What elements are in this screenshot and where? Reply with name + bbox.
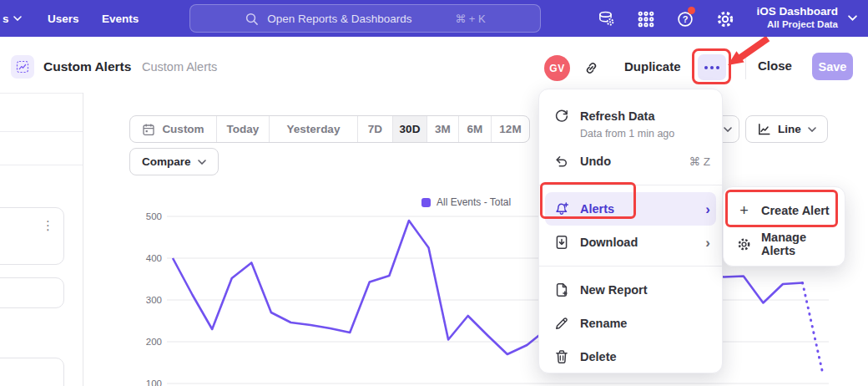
chevron-down-icon: [808, 127, 816, 132]
menu-item-new-report[interactable]: New Report: [539, 273, 722, 307]
chart-type-label: Line: [778, 123, 801, 135]
submenu-item-label: Manage Alerts: [761, 231, 835, 257]
menu-item-delete[interactable]: Delete: [539, 340, 722, 373]
y-axis-tick: 500: [146, 211, 162, 221]
range-label: Custom: [162, 123, 204, 135]
nav-item-label: s: [3, 13, 9, 25]
context-menu: Refresh Data Data from 1 min ago Undo ⌘ …: [538, 89, 723, 373]
line-chart-icon: [757, 122, 771, 136]
compare-button[interactable]: Compare: [129, 148, 219, 175]
file-plus-icon: [554, 282, 569, 297]
refresh-icon: [554, 109, 569, 124]
chevron-down-icon: [13, 16, 22, 21]
calendar-icon: [142, 123, 155, 136]
top-nav: s Users Events ⌘ + K: [0, 0, 868, 37]
save-button[interactable]: Save: [812, 53, 853, 80]
date-range-control: Custom Today Yesterday 7D 30D 3M 6M 12M: [129, 115, 530, 143]
undo-shortcut: ⌘ Z: [689, 155, 711, 168]
menu-item-label: Alerts: [580, 202, 694, 216]
y-axis-tick: 200: [146, 337, 162, 347]
global-search[interactable]: ⌘ + K: [189, 4, 541, 33]
bell-plus-icon: [554, 201, 569, 216]
list-item[interactable]: [0, 358, 64, 386]
download-icon: [554, 235, 569, 250]
gear-icon: [737, 237, 751, 251]
divider: [745, 55, 746, 79]
range-7d[interactable]: 7D: [357, 116, 392, 142]
search-icon: [245, 12, 259, 26]
project-name: iOS Dashboard: [756, 4, 838, 18]
refresh-data-subtitle: Data from 1 min ago: [539, 128, 722, 145]
report-header: Custom Alerts Custom Alerts GV Duplicate…: [0, 37, 868, 93]
submenu-item-manage-alerts[interactable]: Manage Alerts: [724, 227, 845, 261]
nav-item-users[interactable]: Users: [48, 0, 79, 37]
menu-item-alerts[interactable]: Alerts ›: [545, 192, 716, 226]
submenu-item-create-alert[interactable]: + Create Alert: [724, 194, 845, 227]
range-12m[interactable]: 12M: [491, 116, 529, 142]
project-scope: All Project Data: [756, 18, 838, 31]
list-item[interactable]: [0, 207, 64, 265]
range-6m[interactable]: 6M: [458, 116, 491, 142]
nav-item-label: Events: [102, 13, 139, 25]
y-axis-tick: 400: [146, 253, 162, 263]
plus-icon: +: [737, 202, 751, 220]
menu-item-label: Download: [580, 236, 694, 249]
nav-item-events[interactable]: Events: [102, 0, 139, 37]
left-panel: ⋮: [0, 93, 83, 386]
menu-item-undo[interactable]: Undo ⌘ Z: [539, 145, 722, 178]
y-axis-tick: 300: [146, 295, 162, 305]
report-type-icon: [11, 55, 34, 79]
nav-item-label: Users: [48, 13, 79, 25]
list-item[interactable]: [0, 277, 64, 308]
chevron-down-icon: [198, 160, 206, 165]
share-link-icon[interactable]: [583, 60, 599, 76]
menu-item-label: Refresh Data: [580, 109, 710, 123]
menu-item-rename[interactable]: Rename: [539, 307, 722, 340]
apps-grid-icon[interactable]: [637, 10, 655, 28]
range-today[interactable]: Today: [216, 116, 269, 142]
search-input[interactable]: [267, 13, 447, 25]
chart-type-button[interactable]: Line: [745, 115, 828, 143]
range-3m[interactable]: 3M: [426, 116, 458, 142]
menu-item-label: Delete: [580, 350, 710, 363]
series-line-forecast-dotted[interactable]: [803, 283, 823, 372]
range-yesterday[interactable]: Yesterday: [269, 116, 357, 142]
y-axis-tick: 100: [146, 378, 162, 386]
notification-badge: [688, 7, 695, 14]
undo-icon: [554, 154, 569, 169]
menu-divider: [539, 266, 722, 267]
menu-divider: [539, 185, 722, 185]
duplicate-button[interactable]: Duplicate: [624, 59, 681, 74]
nav-item-truncated[interactable]: s: [3, 0, 22, 37]
range-30d-selected[interactable]: 30D: [392, 116, 426, 142]
settings-gear-icon[interactable]: [716, 10, 734, 28]
avatar[interactable]: GV: [544, 55, 570, 81]
ellipsis-icon: [704, 66, 708, 69]
kebab-menu-icon[interactable]: ⋮: [42, 218, 55, 233]
menu-item-label: Undo: [580, 155, 679, 168]
alerts-submenu: + Create Alert Manage Alerts: [723, 186, 845, 267]
submenu-chevron-icon: ›: [705, 202, 710, 216]
panel-divider: [83, 93, 83, 386]
more-options-button[interactable]: [698, 54, 726, 80]
chevron-down-icon: [724, 127, 732, 132]
chevron-down-icon: [848, 15, 857, 21]
breadcrumb: Custom Alerts: [142, 60, 217, 74]
menu-item-label: New Report: [580, 283, 710, 297]
search-shortcut: ⌘ + K: [455, 13, 486, 25]
page-title: Custom Alerts: [43, 59, 131, 74]
range-custom[interactable]: Custom: [130, 116, 216, 142]
data-management-icon[interactable]: [597, 10, 615, 28]
svg-text:?: ?: [683, 14, 689, 24]
menu-item-label: Rename: [580, 317, 710, 330]
menu-item-download[interactable]: Download ›: [539, 226, 722, 259]
compare-label: Compare: [142, 155, 191, 168]
submenu-chevron-icon: ›: [705, 236, 710, 250]
trash-icon: [554, 349, 569, 364]
submenu-item-label: Create Alert: [761, 204, 830, 217]
project-selector[interactable]: iOS Dashboard All Project Data: [756, 4, 838, 31]
close-button[interactable]: Close: [758, 58, 792, 73]
pencil-icon: [554, 316, 569, 331]
app-window: s Users Events ⌘ + K: [0, 0, 868, 386]
